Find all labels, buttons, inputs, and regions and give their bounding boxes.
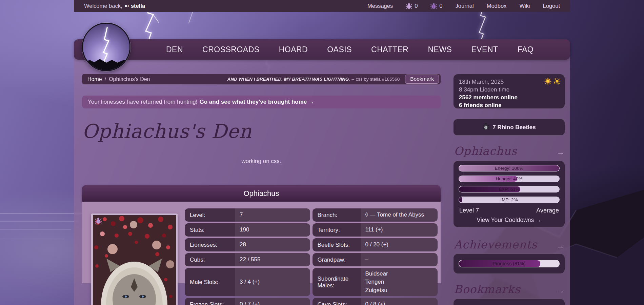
bookmarks-section-heading: Bookmarks → [453,283,565,296]
beetle-count: 0 [439,3,442,9]
breadcrumb: Home / Ophiachus's Den AND WHEN I BREATH… [82,74,441,84]
rhino-beetles-link[interactable]: 7 Rhino Beetles [453,119,565,136]
messages-link[interactable]: Messages [367,3,393,9]
notification-link[interactable]: Go and see what they've brought home → [200,99,314,105]
logout-link[interactable]: Logout [543,3,560,9]
stat-value[interactable]: 111 (+) [361,223,438,237]
level-text: Level 7 [459,207,479,214]
stat-value[interactable]: ◊ — Tome of the Abyss [361,208,438,222]
stat-label: Cubs: [185,253,235,266]
table-row: Branch: ◊ — Tome of the Abyss [313,208,438,222]
exp-bar: EXP: 61% [459,186,560,192]
energy-bar: Energy: 100% [459,165,560,171]
stat-label: Level: [185,208,235,222]
stat-label: Branch: [313,208,361,222]
mood-text: Average [536,207,559,214]
sun-icon [554,78,561,87]
stat-label: Territory: [313,223,361,237]
character-section-heading: Ophiachus → [453,144,565,158]
stat-value[interactable]: 0 / 7 (+) [235,298,310,305]
time-text: 8:34pm Lioden time [459,86,559,94]
nav-faq[interactable]: FAQ [518,45,534,54]
welcome-text: Welcome back, [84,3,122,9]
arrow-right-icon[interactable]: → [557,241,564,250]
lion-panel: Ophiachus [82,185,441,283]
stat-value: 28 [235,238,310,251]
stat-value: – [361,253,438,266]
page-container: DEN CROSSROADS HOARD OASIS CHATTER NEWS … [74,39,570,305]
beetle-count: 0 [415,3,418,9]
imp-bar-label: IMP: 2% [459,197,559,203]
stat-value[interactable]: 0 / 20 (+) [361,238,438,251]
username-link[interactable]: ➳ stella [125,3,145,9]
main-navigation: DEN CROSSROADS HOARD OASIS CHATTER NEWS … [74,39,570,60]
achievements-progress-label: Progress (81%) [459,260,559,267]
nav-hoard[interactable]: HOARD [279,45,308,54]
table-row: Level: 7 [185,208,310,222]
achievements-heading-text: Achievements [454,238,537,251]
imp-bar: IMP: 2% [459,197,560,203]
bookmarks-box: » 01. Alt » 02. ➳ Alt Yeet [453,299,565,305]
stat-value: 7 [235,208,310,222]
arrow-right-icon[interactable]: → [557,286,564,295]
den-motto: AND WHEN I BREATHED, MY BREATH WAS LIGHT… [227,77,400,82]
breadcrumb-current: Ophiachus's Den [109,76,150,82]
hunger-bar-label: Hunger: 40% [459,176,559,182]
members-online: 2562 members online [459,94,559,101]
stat-label: Lionesses: [185,238,235,251]
table-row: Stats: 190 [185,223,310,237]
den-motto-quote: AND WHEN I BREATHED, MY BREATH WAS LIGHT… [227,77,349,82]
cooldowns-link[interactable]: View Your Cooldowns → [459,217,560,224]
beetle-icon [430,3,437,9]
stat-value[interactable]: 0 / 8 (+) [361,298,438,305]
stat-value[interactable]: Buidsear Tengen Zuigetsu [361,268,438,296]
beetle-counter-1[interactable]: 0 [406,3,418,9]
modbox-link[interactable]: Modbox [487,3,507,9]
stat-label: Subordinate Males: [313,268,361,296]
stat-label: Frozen Slots: [185,298,235,305]
hunting-notification: Your lionesses have returned from huntin… [82,96,441,108]
nav-event[interactable]: EVENT [471,45,498,54]
lion-panel-body: Level: 7 Stats: 190 Lionesses: 28 [82,202,441,283]
breadcrumb-home-link[interactable]: Home [87,76,102,82]
table-row: Subordinate Males: Buidsear Tengen Zuige… [313,268,438,296]
bookmarks-heading-text: Bookmarks [454,283,521,296]
achievements-box: Progress (81%) [453,253,565,274]
table-row: Grandpaw: – [313,253,438,266]
lion-stats-table: Level: 7 Stats: 190 Lionesses: 28 [185,208,438,283]
css-credit: . -- css by stella #185560 [349,77,400,82]
stat-value[interactable]: 3 / 4 (+) [235,268,310,296]
sun-icon [544,78,551,87]
rhino-beetle-icon [482,123,489,132]
nav-chatter[interactable]: CHATTER [371,45,408,54]
stat-label: Stats: [185,223,235,237]
table-row: Cubs: 22 / 555 [185,253,310,266]
breadcrumb-separator: / [105,76,106,82]
water-reflections [0,213,85,239]
beetle-icon [406,3,412,9]
notification-text: Your lionesses have returned from huntin… [88,99,198,105]
nav-news[interactable]: NEWS [428,45,452,54]
lion-portrait[interactable] [91,214,178,305]
nav-oasis[interactable]: OASIS [327,45,352,54]
den-description: working on css. [82,158,441,165]
arrow-right-icon[interactable]: → [557,148,564,157]
nav-crossroads[interactable]: CROSSROADS [202,45,260,54]
profile-avatar[interactable] [82,23,130,71]
table-row: Beetle Slots: 0 / 20 (+) [313,238,438,251]
wiki-link[interactable]: Wiki [519,3,530,9]
lion-panel-title: Ophiachus [82,185,441,202]
table-row: Territory: 111 (+) [313,223,438,237]
journal-link[interactable]: Journal [456,3,474,9]
beetle-counter-2[interactable]: 0 [430,3,442,9]
friends-online: 6 friends online [459,101,559,109]
table-row: Male Slots: 3 / 4 (+) [185,268,310,296]
bookmark-button[interactable]: Bookmark [405,75,439,84]
stat-label: Beetle Slots: [313,238,361,251]
top-bar: Welcome back, ➳ stella Messages 0 0 Jour… [74,0,570,12]
nav-den[interactable]: DEN [166,45,183,54]
achievements-section-heading: Achievements → [453,238,565,251]
exp-bar-label: EXP: 61% [459,186,559,192]
table-row: Lionesses: 28 [185,238,310,251]
sidebar: 18th March, 2025 8:34pm Lioden time 2562… [453,74,565,305]
